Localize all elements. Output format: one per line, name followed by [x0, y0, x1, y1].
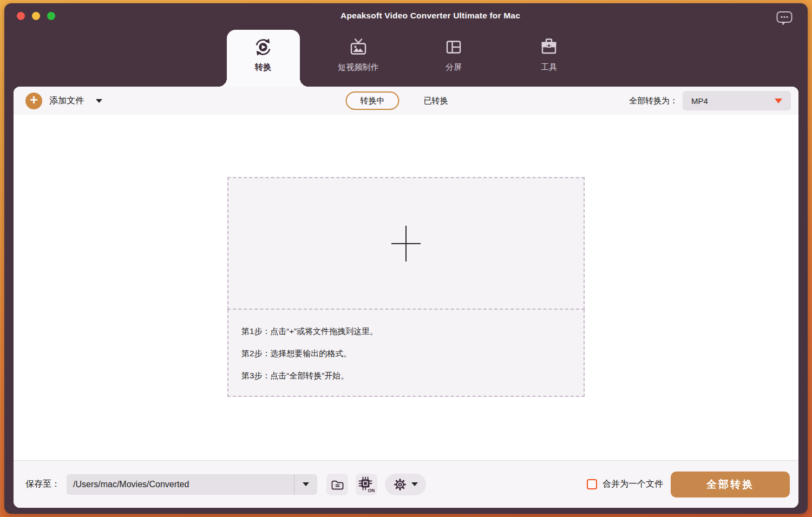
output-format-value: MP4	[691, 96, 708, 106]
tab-label-convert: 转换	[255, 62, 271, 73]
drop-area[interactable]	[227, 177, 585, 310]
converted-tab[interactable]: 已转换	[424, 96, 448, 106]
merge-files-checkbox[interactable]	[587, 479, 597, 489]
save-path-field[interactable]: /Users/mac/Movies/Converted	[67, 474, 317, 495]
hw-accel-state: ON	[368, 488, 375, 493]
step-3: 第3步：点击“全部转换”开始。	[241, 370, 584, 381]
add-files-label: 添加文件	[49, 95, 84, 107]
tab-split-screen[interactable]: 分屏	[417, 30, 490, 87]
bottom-bar: 保存至： /Users/mac/Movies/Converted	[14, 460, 798, 508]
feedback-bubble-icon[interactable]	[776, 11, 793, 26]
instructions-box: 第1步：点击“+”或将文件拖拽到这里。 第2步：选择想要输出的格式。 第3步：点…	[227, 310, 585, 397]
step-1: 第1步：点击“+”或将文件拖拽到这里。	[241, 326, 584, 337]
gear-icon	[393, 477, 407, 492]
file-list-area: 第1步：点击“+”或将文件拖拽到这里。 第2步：选择想要输出的格式。 第3步：点…	[14, 115, 798, 460]
add-files-dropdown-caret-icon[interactable]	[96, 99, 102, 103]
plus-icon	[391, 226, 421, 261]
convert-all-to-label: 全部转换为：	[629, 96, 678, 106]
convert-all-button[interactable]: 全部转换	[671, 472, 790, 498]
settings-button[interactable]	[385, 474, 426, 495]
minimize-button[interactable]	[32, 12, 40, 20]
converting-tab[interactable]: 转换中	[346, 91, 400, 110]
toolbar: + 添加文件 转换中 已转换 全部转换为： MP4	[14, 87, 798, 115]
settings-caret-icon	[411, 482, 418, 486]
output-format-select[interactable]: MP4	[683, 91, 791, 110]
traffic-lights	[17, 12, 55, 20]
tab-label-toolbox: 工具	[541, 62, 557, 73]
window-title: Apeaksoft Video Converter Ultimate for M…	[340, 11, 520, 21]
tab-toolbox[interactable]: 工具	[513, 30, 586, 87]
add-files-group: + 添加文件	[25, 93, 102, 109]
close-button[interactable]	[17, 12, 25, 20]
dropzone: 第1步：点击“+”或将文件拖拽到这里。 第2步：选择想要输出的格式。 第3步：点…	[227, 177, 585, 397]
merge-files-label: 合并为一个文件	[603, 479, 663, 490]
chip-icon: ON	[358, 476, 375, 493]
queue-toggle: 转换中 已转换	[346, 87, 448, 115]
output-format-group: 全部转换为： MP4	[629, 91, 791, 110]
tab-label-short-video: 短视频制作	[338, 62, 379, 73]
tab-bar: 转换 短视频制作	[4, 30, 808, 87]
tab-short-video-maker[interactable]: 短视频制作	[322, 30, 395, 87]
tv-media-icon	[348, 37, 369, 57]
hardware-acceleration-button[interactable]: ON	[356, 474, 377, 495]
step-2: 第2步：选择想要输出的格式。	[241, 348, 584, 359]
tab-convert[interactable]: 转换	[227, 30, 300, 87]
main-panel: + 添加文件 转换中 已转换 全部转换为： MP4	[14, 87, 798, 508]
toolbox-briefcase-icon	[539, 37, 559, 57]
save-to-label: 保存至：	[25, 479, 60, 490]
add-files-plus-button[interactable]: +	[25, 93, 42, 109]
save-path-value: /Users/mac/Movies/Converted	[67, 480, 294, 489]
convert-sync-play-icon	[253, 37, 273, 57]
folder-icon	[330, 477, 344, 492]
path-caret-icon	[303, 482, 309, 486]
tab-label-split: 分屏	[446, 62, 462, 73]
app-window: Apeaksoft Video Converter Ultimate for M…	[4, 3, 808, 514]
save-path-dropdown[interactable]	[294, 482, 317, 486]
open-folder-button[interactable]	[326, 474, 348, 495]
split-layout-icon	[443, 37, 464, 57]
format-caret-icon	[775, 99, 782, 103]
zoom-button[interactable]	[47, 12, 55, 20]
